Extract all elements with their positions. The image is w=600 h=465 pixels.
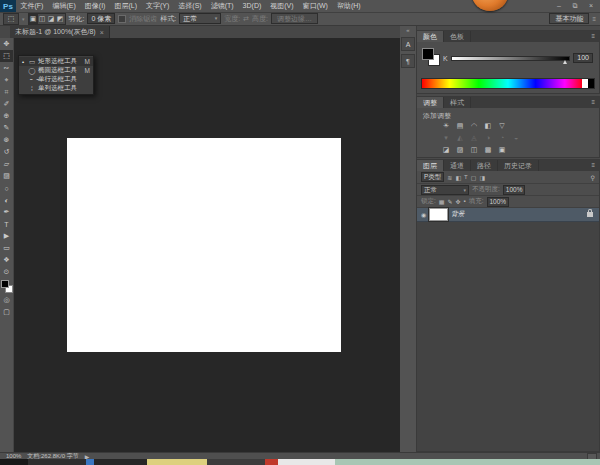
adjustment-icon-1-1[interactable]: ◭ <box>455 133 465 142</box>
adjustment-icon-0-2[interactable]: ◠ <box>469 121 479 130</box>
adjustment-icon-2-3[interactable]: ▩ <box>483 145 493 154</box>
filter-icon-3[interactable]: ▢ <box>471 174 477 181</box>
taskbar-item-4[interactable] <box>147 459 207 465</box>
refine-edge-button[interactable]: 调整边缘… <box>271 13 318 24</box>
layer-name[interactable]: 背景 <box>451 210 464 219</box>
adjustment-icon-0-1[interactable]: ▤ <box>455 121 465 130</box>
adjustment-icon-1-5[interactable]: ◒ <box>511 133 521 142</box>
selection-mode-add[interactable]: ◫ <box>38 14 47 24</box>
clone-stamp-tool[interactable]: ⊛ <box>0 134 13 146</box>
k-slider-handle[interactable] <box>563 60 567 64</box>
foreground-color-swatch[interactable] <box>422 48 434 60</box>
blend-mode-select[interactable]: 正常 ▾ <box>421 185 469 195</box>
filter-icon-1[interactable]: ◧ <box>455 174 461 181</box>
color-tab-1[interactable]: 色板 <box>444 31 471 42</box>
menu-item-6[interactable]: 滤镜(T) <box>206 0 238 12</box>
layer-filter-kind-select[interactable]: P类型 <box>421 172 444 182</box>
lock-icon-3[interactable]: ▪ <box>464 198 466 205</box>
healing-brush-tool[interactable]: ⊕ <box>0 110 13 122</box>
taskbar-item-3[interactable] <box>94 459 147 465</box>
foreground-color-swatch[interactable] <box>1 280 9 288</box>
adjustment-icon-2-4[interactable]: ▣ <box>497 145 507 154</box>
lock-icon-1[interactable]: ✎ <box>447 198 452 205</box>
tool-preset-arrow-icon[interactable]: ▾ <box>22 16 25 22</box>
dodge-tool[interactable]: ◐ <box>0 194 13 206</box>
adjustment-icon-2-1[interactable]: ▨ <box>455 145 465 154</box>
menu-item-7[interactable]: 3D(D) <box>238 0 266 12</box>
k-value-field[interactable]: 100 <box>573 53 593 63</box>
adjustments-tab-1[interactable]: 样式 <box>444 97 471 108</box>
taskbar-item-7[interactable] <box>278 459 335 465</box>
k-slider[interactable] <box>451 56 571 61</box>
menu-item-5[interactable]: 选择(S) <box>174 0 206 12</box>
brush-tool[interactable]: ✎ <box>0 122 13 134</box>
adjustment-icon-1-2[interactable]: ◬ <box>469 133 479 142</box>
adjustment-icon-1-4[interactable]: ◔ <box>497 133 507 142</box>
workspace-button[interactable]: 基本功能 <box>549 13 589 24</box>
quick-selection-tool[interactable]: ⌖ <box>0 74 13 86</box>
flyout-item-0[interactable]: • ▭ 矩形选框工具 M <box>19 57 93 66</box>
document-canvas[interactable] <box>67 138 341 352</box>
spectrum-black-cap[interactable] <box>588 79 594 88</box>
taskbar-item-6[interactable] <box>265 459 278 465</box>
color-spectrum-ramp[interactable] <box>421 78 595 89</box>
panel-menu-icon[interactable]: ≡ <box>587 31 599 42</box>
panel-menu-icon[interactable]: ≡ <box>587 97 599 108</box>
panel-menu-icon[interactable]: ≡ <box>587 160 599 171</box>
eyedropper-tool[interactable]: ✐ <box>0 98 13 110</box>
paragraph-panel-icon[interactable]: ¶ <box>401 54 415 68</box>
taskbar-item-5[interactable] <box>207 459 265 465</box>
rect-marquee-tool[interactable]: ⬚ <box>0 50 13 62</box>
lock-icon-2[interactable]: ✥ <box>456 198 461 205</box>
taskbar-item-1[interactable] <box>28 459 86 465</box>
menu-item-10[interactable]: 帮助(H) <box>332 0 365 12</box>
blur-tool[interactable]: ○ <box>0 182 13 194</box>
menu-item-4[interactable]: 文字(Y) <box>141 0 173 12</box>
expand-panels-icon[interactable]: « <box>400 26 416 34</box>
workspace-switcher[interactable]: 基本功能 ≡ <box>549 13 596 24</box>
flyout-item-1[interactable]: ◯ 椭圆选框工具 M <box>19 66 93 75</box>
adjustment-icon-0-3[interactable]: ◧ <box>483 121 493 130</box>
taskbar-item-2[interactable] <box>86 459 94 465</box>
type-tool[interactable]: T <box>0 218 13 230</box>
adjustment-icon-1-0[interactable]: ▾ <box>441 133 451 142</box>
selection-mode-subtract[interactable]: ◪ <box>47 14 56 24</box>
taskbar-item-0[interactable] <box>0 459 28 465</box>
history-brush-tool[interactable]: ↺ <box>0 146 13 158</box>
menu-item-2[interactable]: 图像(I) <box>80 0 110 12</box>
adjustment-icon-0-4[interactable]: ▽ <box>497 121 507 130</box>
opacity-field[interactable]: 100% <box>503 185 526 195</box>
color-tab-0[interactable]: 颜色 <box>417 31 444 42</box>
filter-icon-0[interactable]: ≋ <box>447 174 452 181</box>
screen-mode-icon[interactable]: ▢ <box>0 306 13 318</box>
crop-tool[interactable]: ⌗ <box>0 86 13 98</box>
layer-thumbnail[interactable] <box>429 208 448 221</box>
layers-tab-1[interactable]: 通道 <box>444 160 471 171</box>
menu-item-9[interactable]: 窗口(W) <box>298 0 332 12</box>
menu-item-8[interactable]: 视图(V) <box>266 0 298 12</box>
layers-tab-2[interactable]: 路径 <box>471 160 498 171</box>
eraser-tool[interactable]: ▱ <box>0 158 13 170</box>
menu-item-0[interactable]: 文件(F) <box>16 0 48 12</box>
restore-icon[interactable]: ⧉ <box>570 0 580 12</box>
flyout-item-3[interactable]: ⁞ 单列选框工具 <box>19 84 93 93</box>
selection-mode-new[interactable]: ▣ <box>29 14 38 24</box>
filter-icon-4[interactable]: ◨ <box>479 174 485 181</box>
close-icon[interactable]: × <box>100 29 104 36</box>
canvas-area[interactable] <box>13 38 400 452</box>
adjustment-icon-2-0[interactable]: ◪ <box>441 145 451 154</box>
swap-dimensions-icon[interactable]: ⇄ <box>243 15 249 23</box>
close-icon[interactable]: × <box>586 0 596 12</box>
adjustment-icon-0-0[interactable]: ☀ <box>441 121 451 130</box>
background-layer-row[interactable]: ◉ 背景 <box>417 208 599 222</box>
pen-tool[interactable]: ✒ <box>0 206 13 218</box>
toolbar-color-swatches[interactable] <box>0 279 13 293</box>
zoom-tool[interactable]: ⊙ <box>0 266 13 278</box>
antialias-checkbox[interactable] <box>118 15 126 23</box>
filter-icon-2[interactable]: T <box>464 174 468 181</box>
taskbar-item-8[interactable] <box>335 459 600 465</box>
adjustment-icon-1-3[interactable]: ◑ <box>483 133 493 142</box>
path-selection-tool[interactable]: ▶ <box>0 230 13 242</box>
layers-tab-3[interactable]: 历史记录 <box>498 160 539 171</box>
filter-toggle-icon[interactable]: ⚲ <box>591 174 595 181</box>
